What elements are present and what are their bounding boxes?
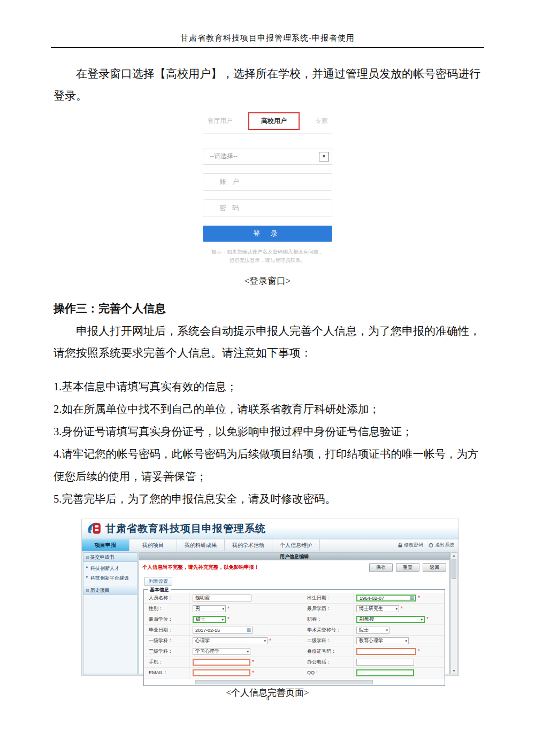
required-asterisk: *: [252, 670, 254, 676]
sidebar-group-submit[interactable]: ⊟提交申请书: [83, 553, 137, 562]
field-input[interactable]: ▾ ▦: [193, 669, 250, 676]
tab-expert[interactable]: 专家: [312, 114, 331, 128]
field-input[interactable]: 魏明霞 ▾ ▦: [193, 595, 251, 601]
scroll-up-icon[interactable]: ▲: [453, 553, 456, 558]
required-asterisk: *: [269, 638, 271, 644]
app-screenshot: 甘肃省教育科技项目申报管理系统 项目申报 我的项目 我的科研成果 我的学术活动 …: [81, 519, 459, 676]
sidebar-group-history[interactable]: ⊟历史项目: [83, 586, 137, 595]
field-input[interactable]: 教育心理学 ▾ ▦: [356, 637, 409, 644]
field-value-cell: ▾ ▦ *: [354, 668, 445, 678]
document-content: 在登录窗口选择【高校用户】，选择所在学校，并通过管理员发放的帐号密码进行登录。 …: [54, 63, 482, 699]
login-button[interactable]: 登 录: [203, 226, 332, 242]
app-sidebar: ⊟提交申请书 ▸科技创新人才 ▸科技创新平台建设 ⊟历史项目: [83, 552, 137, 674]
logout-button[interactable]: 退出系统: [429, 542, 454, 549]
dropdown-arrow-icon: ▾: [386, 628, 388, 632]
field-value-cell: 硕士 ▾ ▦ *: [190, 614, 302, 624]
login-hint-line2: 但仍无法登录，请与管理员联系。: [203, 256, 332, 265]
field-label: 最后学位：: [149, 616, 173, 623]
field-label-cell: 最后学位：: [144, 614, 190, 624]
field-input[interactable]: 1964-02-07 ▾ ▦: [356, 595, 416, 601]
field-input[interactable]: 男 ▾ ▦: [193, 605, 226, 612]
app-nav-bar: 项目申报 我的项目 我的科研成果 我的学术活动 个人信息维护 修改密码: [82, 539, 458, 551]
field-value-cell: ▾ ▦ *: [354, 657, 445, 667]
note-item-5: 5.完善完毕后，为了您的申报信息安全，请及时修改密码。: [54, 488, 482, 510]
field-input[interactable]: 心理学 ▾ ▦: [193, 637, 268, 644]
password-input[interactable]: 密 码: [203, 199, 332, 217]
tab-university-user[interactable]: 高校用户: [248, 112, 300, 130]
field-input[interactable]: 2017-02-15 ▾ ▦: [193, 627, 253, 634]
field-label: 一级学科：: [149, 637, 173, 644]
field-input[interactable]: ▾ ▦: [356, 659, 414, 666]
dropdown-arrow-icon[interactable]: ▼: [319, 152, 329, 161]
nav-tab-project-apply[interactable]: 项目申报: [82, 539, 129, 551]
field-value-cell: ▾ ▦ *: [354, 646, 445, 657]
nav-tab-academic-activity[interactable]: 我的学术活动: [225, 539, 272, 551]
form-row: 最后学位： 硕士 ▾ ▦ * 职称： 副教授 ▾ ▦ *: [144, 614, 445, 625]
dropdown-arrow-icon: ▾: [395, 607, 398, 611]
nav-tab-my-projects[interactable]: 我的项目: [129, 539, 177, 551]
action-buttons: 保存 重置 返回: [369, 563, 446, 572]
nav-tab-personal-info[interactable]: 个人信息维护: [272, 539, 320, 551]
field-input[interactable]: ▾ ▦: [356, 669, 414, 676]
field-value-cell: 学习心理学 ▾ ▦ *: [190, 646, 302, 657]
list-settings-tab[interactable]: 列表设置: [144, 577, 172, 586]
login-caption: <登录窗口>: [54, 275, 482, 287]
field-label: 学术荣誉称号：: [307, 627, 341, 634]
field-value-cell: 魏明霞 ▾ ▦ *: [190, 593, 302, 603]
field-label: 人员名称：: [149, 595, 173, 601]
dropdown-arrow-icon: ▾: [264, 639, 266, 643]
field-label-cell: 性别：: [144, 604, 190, 614]
field-input[interactable]: 学习心理学 ▾ ▦: [193, 648, 250, 655]
field-label-cell: 学术荣誉称号：: [302, 625, 354, 635]
account-input[interactable]: 账 户: [203, 173, 332, 191]
sidebar-group-history-label: 历史项目: [90, 588, 110, 593]
vertical-scrollbar[interactable]: ▲ ▼: [450, 552, 457, 674]
field-value-cell: ▾ ▦ *: [190, 668, 302, 678]
document-header: 甘肃省教育科技项目申报管理系统-申报者使用: [0, 33, 535, 43]
field-label: 手机：: [149, 659, 163, 666]
sidebar-item-label: 科技创新平台建设: [90, 575, 129, 581]
field-value-cell: ▾ ▦ *: [190, 657, 302, 667]
field-label-cell: 职称：: [302, 614, 354, 624]
note-item-3: 3.身份证号请填写真实身份证号，以免影响申报过程中身份证号信息验证；: [54, 420, 482, 443]
field-input[interactable]: ▾ ▦: [193, 659, 250, 666]
nav-tab-research-results[interactable]: 我的科研成果: [177, 539, 225, 551]
sidebar-item-innovation-talent[interactable]: ▸科技创新人才: [83, 564, 137, 573]
calendar-icon: ▦: [246, 628, 251, 632]
sidebar-item-innovation-platform[interactable]: ▸科技创新平台建设: [83, 573, 137, 583]
school-select-placeholder: --请选择--: [210, 152, 238, 161]
tab-province-user[interactable]: 省厅用户: [204, 114, 236, 128]
app-logo-icon: [86, 521, 103, 537]
calendar-icon: ▦: [409, 596, 414, 600]
scrollbar-thumb[interactable]: [452, 559, 456, 579]
field-label-cell: 一级学科：: [144, 636, 190, 646]
field-label: 办公电话：: [307, 659, 331, 666]
field-input[interactable]: 硕士 ▾ ▦: [193, 616, 226, 623]
note-item-2: 2.如在所属单位中找不到自己的单位，请联系省教育厅科研处添加；: [54, 398, 482, 420]
field-input[interactable]: 副教授 ▾ ▦: [356, 616, 425, 623]
field-label: 职称：: [307, 616, 322, 623]
reset-button[interactable]: 重置: [396, 563, 419, 572]
field-input[interactable]: 博士研究生 ▾ ▦: [356, 605, 399, 612]
app-body: ⊟提交申请书 ▸科技创新人才 ▸科技创新平台建设 ⊟历史项目: [82, 551, 458, 675]
required-asterisk: *: [401, 606, 403, 612]
field-value-cell: 2017-02-15 ▾ ▦ *: [190, 625, 302, 635]
lock-icon: [398, 543, 402, 547]
scroll-down-icon[interactable]: ▼: [453, 669, 456, 673]
school-select[interactable]: --请选择-- ▼: [203, 149, 332, 165]
field-label-cell: 毕业日期：: [144, 625, 190, 635]
dropdown-arrow-icon: ▾: [222, 607, 224, 611]
field-label: 出生日期：: [307, 595, 331, 601]
field-label: 二级学科：: [307, 637, 331, 644]
field-value: 魏明霞: [195, 595, 210, 601]
note-item-1: 1.基本信息中请填写真实有效的信息；: [54, 375, 482, 398]
back-button[interactable]: 返回: [423, 563, 446, 572]
field-input[interactable]: ▾ ▦: [356, 648, 416, 655]
save-button[interactable]: 保存: [369, 563, 393, 572]
change-password-button[interactable]: 修改密码: [398, 542, 423, 549]
field-value: 心理学: [195, 637, 210, 644]
dropdown-arrow-icon: ▾: [421, 618, 423, 622]
field-value: 副教授: [360, 616, 374, 623]
field-value: 1964-02-07: [360, 596, 384, 601]
field-input[interactable]: 院士 ▾ ▦: [356, 627, 389, 634]
